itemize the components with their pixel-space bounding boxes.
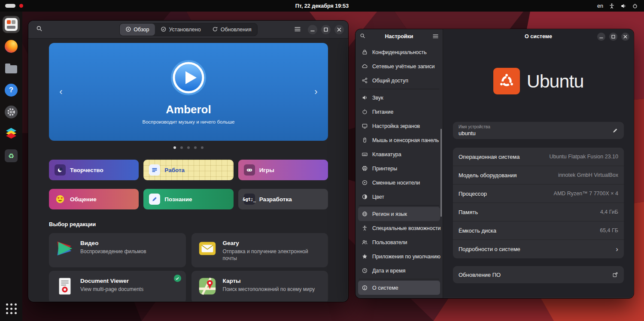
minimize-button[interactable]: [597, 33, 605, 41]
sidebar-item-region-language[interactable]: Регион и язык: [358, 207, 440, 221]
about-row-details[interactable]: Подробности о системе ›: [453, 240, 624, 258]
share-icon: [361, 77, 368, 84]
sidebar-item-displays[interactable]: Настройка экранов: [358, 119, 440, 133]
sidebar-item-removable-media[interactable]: Сменные носители: [358, 176, 440, 190]
dock-item-layers-app[interactable]: [3, 125, 20, 142]
close-button[interactable]: [621, 33, 629, 41]
sidebar-scrollbar[interactable]: [440, 129, 442, 217]
carousel-prev-button[interactable]: ‹: [52, 43, 70, 141]
disc-icon: [361, 179, 368, 186]
carousel-dot[interactable]: [173, 146, 176, 149]
category-create[interactable]: Творчество: [49, 160, 139, 180]
row-label: Процессор: [459, 191, 487, 197]
carousel-dot[interactable]: [201, 146, 204, 149]
sidebar-item-power[interactable]: Питание: [358, 105, 440, 119]
volume-icon[interactable]: [620, 3, 626, 9]
tab-label: Установлено: [169, 27, 200, 33]
about-row-disk: Ёмкость диска 65,4 ГБ: [453, 221, 624, 240]
maximize-button[interactable]: [321, 25, 331, 34]
keyboard-layout-indicator[interactable]: en: [597, 3, 603, 9]
clock[interactable]: Пт, 22 декабря 19:53: [0, 3, 644, 9]
category-work[interactable]: Работа: [143, 160, 233, 180]
sidebar-item-label: Принтеры: [372, 166, 397, 172]
sidebar-item-color[interactable]: Цвет: [358, 190, 440, 204]
software-content: ‹ › Amberol Воспроизводит музыку и ничег…: [28, 39, 348, 302]
featured-app-subtitle: Воспроизводит музыку и ничего больше: [142, 119, 234, 124]
system-tray[interactable]: en: [597, 3, 644, 9]
geary-app-icon: [197, 239, 217, 258]
category-develop[interactable]: &gt;_ Разработка: [238, 189, 328, 209]
gamepad-icon: [244, 164, 255, 176]
power-icon: [361, 109, 368, 115]
app-card-videos[interactable]: Видео Воспроизведение фильмов: [49, 233, 186, 267]
sidebar-item-accessibility[interactable]: Специальные возможности: [358, 221, 440, 235]
sidebar-item-default-apps[interactable]: Приложения по умолчанию: [358, 249, 440, 263]
sidebar-item-sound[interactable]: Звук: [358, 91, 440, 105]
hamburger-menu-icon[interactable]: [433, 33, 438, 40]
sidebar-item-about[interactable]: О системе: [358, 281, 440, 295]
settings-nav-list: Конфиденциальность Сетевые учётные запис…: [355, 44, 443, 296]
sidebar-item-date-time[interactable]: Дата и время: [358, 263, 440, 278]
dock-item-help[interactable]: ?: [3, 82, 20, 99]
search-icon[interactable]: [360, 33, 365, 40]
sidebar-item-printers[interactable]: Принтеры: [358, 161, 440, 176]
sidebar-item-users[interactable]: Пользователи: [358, 235, 440, 249]
device-name-label: Имя устройства: [459, 124, 490, 129]
app-name: Document Viewer: [80, 278, 143, 284]
minimize-button[interactable]: [308, 25, 317, 34]
menu-button[interactable]: [291, 23, 304, 36]
category-social[interactable]: Общение: [49, 189, 139, 209]
sidebar-item-label: Настройка экранов: [372, 123, 420, 129]
app-name: Видео: [80, 240, 146, 246]
sidebar-item-label: О системе: [372, 285, 398, 291]
dock-item-firefox[interactable]: [3, 38, 20, 55]
dock-item-files[interactable]: [3, 60, 20, 77]
featured-carousel[interactable]: ‹ › Amberol Воспроизводит музыку и ничег…: [49, 43, 328, 141]
sidebar-item-privacy[interactable]: Конфиденциальность: [358, 45, 440, 59]
close-button[interactable]: [334, 25, 344, 34]
about-row-hardware: Модель оборудования innotek GmbH Virtual…: [453, 166, 624, 185]
category-games[interactable]: Игры: [238, 160, 328, 180]
tab-updates[interactable]: Обновления: [207, 24, 257, 36]
star-icon: [361, 253, 368, 260]
sidebar-item-label: Приложения по умолчанию: [372, 254, 440, 260]
row-value: innotek GmbH VirtualBox: [558, 172, 618, 178]
accessibility-icon[interactable]: [609, 3, 615, 9]
edit-pencil-icon[interactable]: [612, 127, 618, 133]
app-card-geary[interactable]: Geary Отправка и получение электронной п…: [191, 233, 328, 267]
carousel-dot[interactable]: [187, 146, 190, 149]
dock-item-trash[interactable]: ♻: [3, 147, 20, 164]
power-icon[interactable]: [632, 3, 638, 9]
software-update-label: Обновление ПО: [459, 272, 501, 278]
search-button[interactable]: [33, 23, 46, 36]
dock-item-software-store[interactable]: [3, 16, 20, 33]
creativity-icon: [55, 164, 66, 176]
carousel-dot[interactable]: [194, 146, 197, 149]
dock-item-settings[interactable]: [3, 103, 20, 121]
app-name: Карты: [223, 278, 315, 284]
device-name-card[interactable]: Имя устройства ubuntu: [453, 122, 624, 139]
maximize-button[interactable]: [609, 33, 617, 41]
view-switcher: Обзор Установлено Обновления: [119, 23, 257, 36]
carousel-dot[interactable]: [180, 146, 183, 149]
section-title: Выбор редакции: [49, 221, 328, 227]
sidebar-item-label: Цвет: [372, 194, 384, 200]
tab-overview[interactable]: Обзор: [119, 24, 155, 36]
software-update-row[interactable]: Обновление ПО: [453, 266, 624, 283]
minimize-icon: [599, 35, 603, 39]
app-card-maps[interactable]: Карты Поиск местоположений по всему миру: [191, 271, 328, 302]
app-card-document-viewer[interactable]: Document Viewer View multi-page document…: [49, 271, 186, 302]
sidebar-item-online-accounts[interactable]: Сетевые учётные записи: [358, 59, 440, 73]
show-applications-button[interactable]: [6, 303, 17, 314]
about-row-processor: Процессор AMD Ryzen™ 7 7700X × 4: [453, 185, 624, 203]
sidebar-item-keyboard[interactable]: Клавиатура: [358, 147, 440, 161]
mouse-icon: [361, 137, 368, 143]
tab-installed[interactable]: Установлено: [155, 24, 206, 36]
separator: [359, 279, 439, 279]
sidebar-item-sharing[interactable]: Общий доступ: [358, 73, 440, 88]
carousel-next-button[interactable]: ›: [307, 43, 325, 141]
category-learn[interactable]: Познание: [143, 189, 233, 209]
sidebar-item-mouse[interactable]: Мышь и сенсорная панель: [358, 133, 440, 147]
tab-label: Обновления: [221, 27, 252, 33]
document-viewer-app-icon: [55, 276, 75, 296]
